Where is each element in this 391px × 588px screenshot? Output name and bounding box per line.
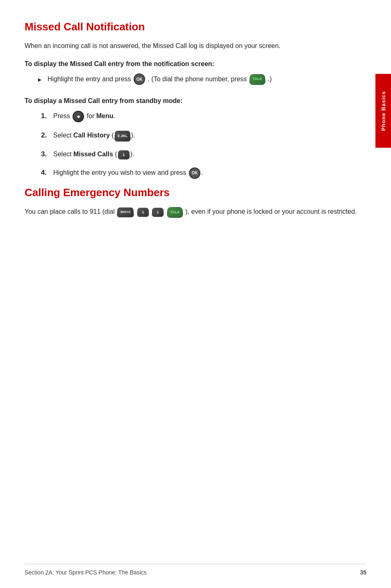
step-2: 2. Select Call History (5 JKL). [41,130,366,141]
step-2-content: Select Call History (5 JKL). [53,130,366,141]
step-3-num: 3. [41,149,53,160]
key-1a-icon: 1 [118,150,130,159]
key-1b-icon: 1 [137,208,149,217]
numbered-list: 1. Press ◆ for Menu. 2. Select Call Hist… [41,110,366,178]
talk-key-2-icon: TALK [167,207,183,217]
bullet-arrow-icon: ► [37,75,43,85]
subsection2-label: To display a Missed Call entry from stan… [25,97,366,105]
bullet-text-1: Highlight the entry and press OK . (To d… [48,73,366,85]
footer-page-number: 35 [360,569,366,576]
step-1: 1. Press ◆ for Menu. [41,110,366,122]
step-2-num: 2. [41,130,53,141]
page-wrapper: Phone Basics Missed Call Notification Wh… [0,0,391,588]
bullet-item-1: ► Highlight the entry and press OK . (To… [37,73,366,85]
step-3-content: Select Missed Calls (1). [53,149,366,160]
section2-title: Calling Emergency Numbers [25,186,366,199]
ok-key-2-icon: OK [189,167,200,179]
key-5jkl-icon: 5 JKL [114,131,130,142]
key-9wxyz-icon: 9WXYZ [117,207,134,217]
ok-key-icon: OK [134,73,145,85]
footer-left: Section 2A: Your Sprint PCS Phone: The B… [25,569,147,576]
step-1-num: 1. [41,110,53,121]
step-1-content: Press ◆ for Menu. [53,111,366,122]
step-4-content: Highlight the entry you wish to view and… [53,167,366,179]
page-footer: Section 2A: Your Sprint PCS Phone: The B… [25,564,366,576]
subsection1-label: To display the Missed Call entry from th… [25,60,366,68]
talk-key-icon: TALK [249,74,266,85]
side-tab: Phone Basics [375,74,391,148]
key-1c-icon: 1 [152,208,164,217]
section1-title: Missed Call Notification [25,21,366,33]
step-4-num: 4. [41,167,53,178]
section2-text: You can place calls to 911 (dial 9WXYZ 1… [25,206,366,217]
menu-key-icon: ◆ [73,111,84,122]
section1-intro: When an incoming call is not answered, t… [25,41,366,51]
step-4: 4. Highlight the entry you wish to view … [41,167,366,179]
step-3: 3. Select Missed Calls (1). [41,149,366,160]
